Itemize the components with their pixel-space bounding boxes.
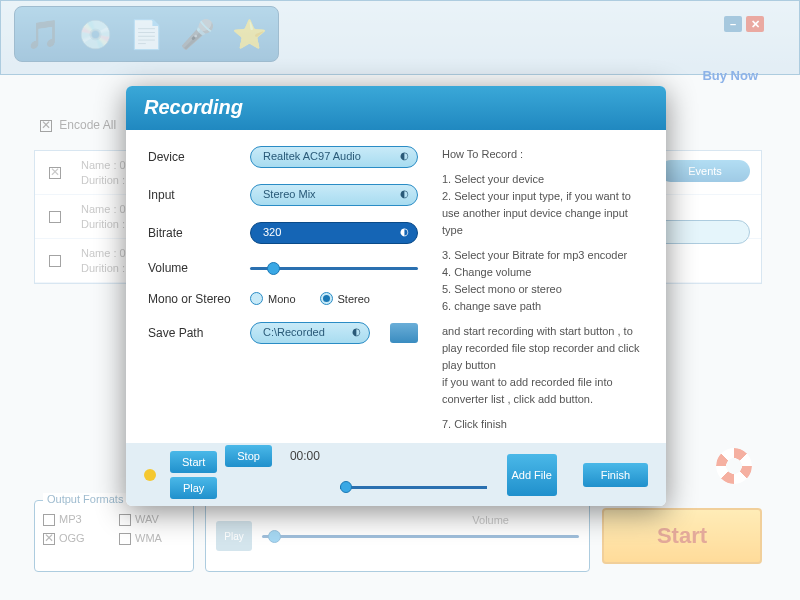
stereo-radio[interactable]: Stereo [320,292,370,305]
browse-folder-icon[interactable] [390,323,418,343]
bitrate-label: Bitrate [148,226,240,240]
volume-label: Volume [148,261,240,275]
dialog-title: Recording [126,86,666,130]
dlg-start-button[interactable]: Start [170,451,217,473]
recording-dialog: Recording Device Realtek AC97 Audio Inpu… [126,86,666,506]
timer-display: 00:00 [290,449,320,463]
mono-stereo-label: Mono or Stereo [148,292,240,306]
save-path-label: Save Path [148,326,240,340]
dlg-play-button[interactable]: Play [170,477,217,499]
save-path-input[interactable]: C:\Recorded [250,322,370,344]
playback-slider[interactable] [340,480,487,494]
bitrate-select[interactable]: 320 [250,222,418,244]
add-file-button[interactable]: Add File [507,454,557,496]
help-text: How To Record : 1. Select your device 2.… [442,146,644,434]
volume-slider[interactable] [250,260,418,276]
mono-radio[interactable]: Mono [250,292,296,305]
dlg-stop-button[interactable]: Stop [225,445,272,467]
finish-button[interactable]: Finish [583,463,648,487]
input-label: Input [148,188,240,202]
input-select[interactable]: Stereo Mix [250,184,418,206]
record-led-icon [144,469,156,481]
device-label: Device [148,150,240,164]
device-select[interactable]: Realtek AC97 Audio [250,146,418,168]
